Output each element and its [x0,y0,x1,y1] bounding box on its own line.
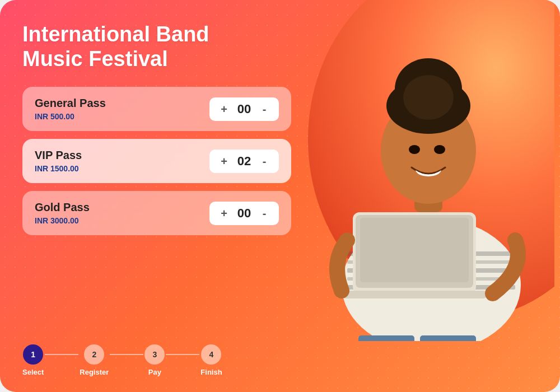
person-illustration [286,0,554,341]
footer-area: 1 Select 2 Register 3 Pay 4 Finish [0,335,560,392]
counter-gold: + 00 - [209,202,279,225]
counter-general: + 00 - [209,97,279,121]
step-label-select: Select [22,368,44,376]
left-panel: International BandMusic Festival General… [22,22,291,324]
steps-indicator: 1 Select 2 Register 3 Pay 4 Finish [22,344,222,376]
step-pay: 3 Pay [144,344,165,376]
ticket-info-gold: Gold Pass INR 3000.00 [35,201,90,225]
step-select: 1 Select [22,344,44,376]
ticket-name-general: General Pass [35,97,106,110]
svg-rect-17 [360,218,469,282]
ticket-info-general: General Pass INR 500.00 [35,97,106,121]
increment-vip-button[interactable]: + [218,156,230,167]
increment-gold-button[interactable]: + [218,208,230,219]
page-title: International BandMusic Festival [22,22,291,71]
ticket-card-general: General Pass INR 500.00 + 00 - [22,87,291,131]
ticket-name-gold: Gold Pass [35,201,90,214]
ticket-price-general: INR 500.00 [35,112,106,121]
step-label-pay: Pay [148,368,161,376]
step-finish: 4 Finish [200,344,222,376]
counter-vip: + 02 - [209,150,279,173]
ticket-price-gold: INR 3000.00 [35,216,90,225]
ticket-card-gold: Gold Pass INR 3000.00 + 00 - [22,191,291,235]
step-register: 2 Register [80,344,109,376]
decrement-vip-button[interactable]: - [259,156,270,167]
step-connector-1-2 [45,354,78,355]
step-circle-pay: 3 [144,344,165,365]
svg-point-12 [403,75,454,120]
count-gold: 00 [236,206,252,221]
ticket-info-vip: VIP Pass INR 1500.00 [35,149,82,173]
right-panel [291,22,538,324]
svg-rect-18 [342,291,487,298]
decrement-gold-button[interactable]: - [259,208,270,219]
ticket-card-vip: VIP Pass INR 1500.00 + 02 - [22,139,291,183]
step-circle-select: 1 [23,344,43,365]
content-area: International BandMusic Festival General… [0,0,560,335]
svg-point-13 [409,145,420,154]
step-connector-2-3 [110,354,143,355]
count-general: 00 [236,102,252,116]
step-label-register: Register [80,368,109,376]
svg-point-14 [434,145,445,154]
ticket-name-vip: VIP Pass [35,149,82,162]
step-label-finish: Finish [200,368,222,376]
count-vip: 02 [236,154,252,169]
ticket-price-vip: INR 1500.00 [35,164,82,173]
decrement-general-button[interactable]: - [259,104,270,115]
increment-general-button[interactable]: + [218,104,230,115]
step-connector-3-4 [166,354,199,355]
main-card: International BandMusic Festival General… [0,0,560,392]
step-circle-register: 2 [84,344,104,365]
step-circle-finish: 4 [201,344,221,365]
